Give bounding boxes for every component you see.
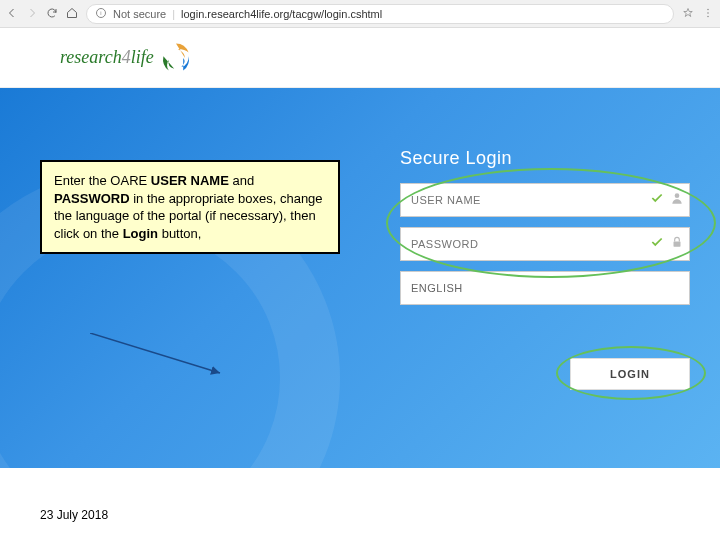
home-icon[interactable] <box>66 7 78 21</box>
check-icon <box>650 191 664 209</box>
reload-icon[interactable] <box>46 7 58 21</box>
browser-chrome: i Not secure | login.research4life.org/t… <box>0 0 720 28</box>
svg-point-3 <box>707 12 709 14</box>
logo-part3: life <box>131 47 154 67</box>
svg-point-4 <box>707 15 709 17</box>
login-button-label: LOGIN <box>610 368 650 380</box>
username-field-wrap <box>400 183 690 217</box>
back-icon[interactable] <box>6 7 18 21</box>
check-icon <box>650 235 664 253</box>
security-label: Not secure <box>113 8 166 20</box>
menu-icon[interactable] <box>702 7 714 21</box>
info-icon: i <box>95 7 107 21</box>
password-input[interactable] <box>400 227 690 261</box>
svg-point-2 <box>707 8 709 10</box>
research4life-logo: research4life <box>60 40 194 76</box>
url-text: login.research4life.org/tacgw/login.csht… <box>181 8 382 20</box>
main-content: Enter the OARE USER NAME and PASSWORD in… <box>0 88 720 468</box>
logo-bar: research4life <box>0 28 720 88</box>
logo-part1: research <box>60 47 122 67</box>
instruction-callout: Enter the OARE USER NAME and PASSWORD in… <box>40 160 340 254</box>
slide-date: 23 July 2018 <box>40 508 108 522</box>
login-title: Secure Login <box>400 148 690 169</box>
logo-swirl-icon <box>158 40 194 76</box>
user-icon <box>670 191 684 209</box>
login-button[interactable]: LOGIN <box>570 358 690 390</box>
language-select[interactable]: ENGLISH <box>400 271 690 305</box>
logo-part2: 4 <box>122 47 131 67</box>
forward-icon[interactable] <box>26 7 38 21</box>
language-value: ENGLISH <box>411 282 463 294</box>
lock-icon <box>670 235 684 253</box>
arrow-annotation <box>90 333 230 383</box>
svg-line-5 <box>90 333 220 373</box>
svg-rect-7 <box>674 241 681 246</box>
star-icon[interactable] <box>682 7 694 21</box>
address-bar[interactable]: i Not secure | login.research4life.org/t… <box>86 4 674 24</box>
svg-text:i: i <box>100 10 101 16</box>
password-field-wrap <box>400 227 690 261</box>
nav-controls <box>6 7 78 21</box>
svg-point-6 <box>675 193 680 198</box>
login-panel: Secure Login ENGLISH <box>400 148 690 305</box>
username-input[interactable] <box>400 183 690 217</box>
